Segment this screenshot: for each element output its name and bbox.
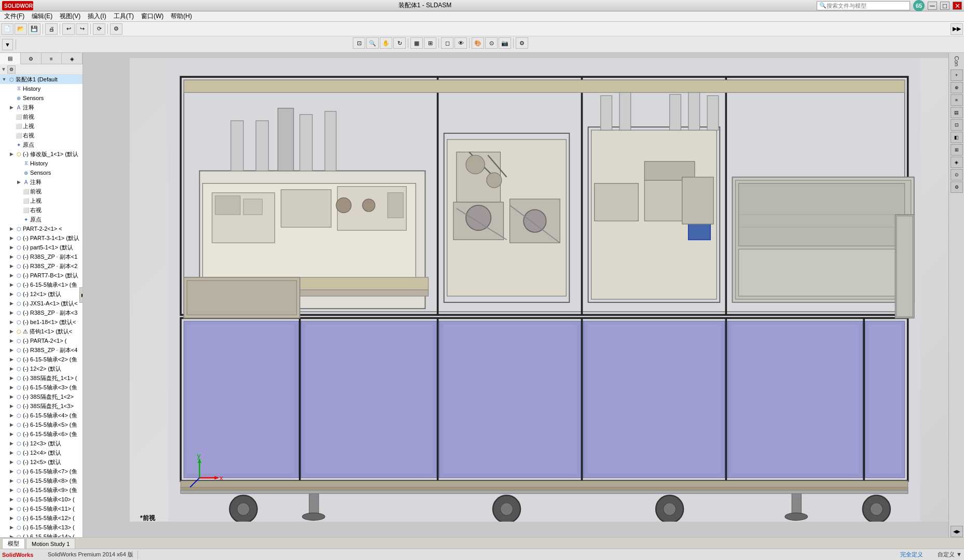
expand-icon[interactable]: ▶ [8, 319, 15, 325]
tree-item-part-xg1[interactable]: ▶ ⬡ (-) 修改版_1<1> (默认 [0, 149, 82, 159]
con-btn-10[interactable]: ⚙ [951, 181, 963, 193]
hide-show[interactable]: 👁 [455, 37, 467, 49]
undo-button[interactable]: ↩ [62, 23, 75, 35]
tree-item-d12-2[interactable]: ▶ ⬡ (-) 12<2> (默认 [0, 364, 82, 373]
display-style[interactable]: ◻ [441, 37, 453, 49]
expand-icon[interactable]: ▶ [8, 226, 15, 232]
search-input[interactable] [827, 3, 894, 9]
expand-icon[interactable] [16, 198, 22, 204]
status-customize[interactable]: 自定义 ▼ [938, 551, 962, 558]
con-expand[interactable]: ◀▶ [951, 526, 963, 537]
tree-item-axis6-11[interactable]: ▶ ⬡ (-) 6-15-5轴承<11> ( [0, 504, 82, 513]
expand-icon[interactable]: ▶ [8, 347, 15, 353]
expand-icon[interactable]: ▶ [8, 440, 15, 446]
menu-insert[interactable]: 插入(I) [85, 11, 109, 22]
expand-icon[interactable]: ▶ [8, 524, 15, 530]
cam-view[interactable]: 📷 [499, 37, 511, 49]
expand-icon[interactable] [8, 86, 15, 92]
tab-model[interactable]: 模型 [2, 538, 25, 549]
expand-icon[interactable] [8, 123, 15, 129]
tree-item-xg1-right[interactable]: ⬜ 右视 [0, 205, 82, 215]
tree-item-history[interactable]: ⧖ History [0, 84, 82, 93]
expand-icon[interactable]: ▶ [8, 244, 15, 250]
tree-item-parta2[interactable]: ▶ ⬡ (-) PARTA-2<1> ( [0, 336, 82, 345]
tree-item-seg38-13[interactable]: ▶ ⬡ (-) 38S隔盘托_1<3> [0, 401, 82, 411]
tree-item-xg1-sensors[interactable]: ⊕ Sensors [0, 168, 82, 177]
expand-icon[interactable]: ▶ [8, 478, 15, 484]
expand-icon[interactable] [16, 216, 22, 222]
tab-motion-study[interactable]: Motion Study 1 [26, 538, 75, 549]
tree-item-xg1-origin[interactable]: ✦ 原点 [0, 215, 82, 224]
search-box[interactable]: 🔍 [817, 1, 910, 10]
tab-property-manager[interactable]: ⚙ [21, 53, 42, 64]
tree-item-axis6-9[interactable]: ▶ ⬡ (-) 6-15-5轴承<9> (鱼 [0, 485, 82, 495]
expand-icon[interactable] [8, 132, 15, 138]
filter-button[interactable]: ▼ [2, 39, 13, 50]
tree-item-annotations[interactable]: ▶ A 注释 [0, 103, 82, 112]
expand-icon[interactable] [16, 188, 22, 194]
tree-item-d12-1[interactable]: ▶ ⬡ (-) 12<1> (默认 [0, 289, 82, 299]
tree-item-jxs1a1[interactable]: ▶ ⬡ (-) JXS1-A<1> (默认< [0, 299, 82, 308]
expand-icon[interactable]: ▶ [8, 394, 15, 400]
expand-icon[interactable]: ▶ [8, 459, 15, 465]
expand-icon[interactable]: ▶ [8, 338, 15, 344]
tab-dimxpert[interactable]: ◈ [62, 53, 82, 64]
tree-item-part7b[interactable]: ▶ ⬡ (-) PART7-B<1> (默认 [0, 271, 82, 280]
tree-item-sensors[interactable]: ⊕ Sensors [0, 93, 82, 103]
redo-button[interactable]: ↪ [76, 23, 88, 35]
tab-feature-tree[interactable]: ▤ [0, 53, 21, 64]
expand-icon[interactable] [8, 95, 15, 101]
con-btn-7[interactable]: ⊞ [951, 144, 963, 156]
appearance[interactable]: 🎨 [472, 37, 484, 49]
expand-icon[interactable]: ▶ [16, 179, 22, 185]
expand-icon[interactable]: ▶ [8, 366, 15, 372]
expand-icon[interactable]: ▼ [1, 76, 7, 82]
tree-item-axis6-10[interactable]: ▶ ⬡ (-) 6-15-5轴承<10> ( [0, 495, 82, 504]
expand-icon[interactable]: ▶ [8, 263, 15, 269]
expand-icon[interactable] [16, 207, 22, 213]
expand-icon[interactable]: ▶ [8, 431, 15, 437]
tree-item-r38s1[interactable]: ▶ ⬡ (-) R38S_ZP · 副本<1 [0, 252, 82, 261]
tree-item-r38s2[interactable]: ▶ ⬡ (-) R38S_ZP · 副本<2 [0, 261, 82, 271]
tree-item-axis6-7[interactable]: ▶ ⬡ (-) 6-15-5轴承<7> (鱼 [0, 467, 82, 476]
tree-item-r38s4[interactable]: ▶ ⬡ (-) R38S_ZP · 副本<4 [0, 345, 82, 355]
tree-item-bel18[interactable]: ▶ ⬡ (-) be1-18<1> (默认< [0, 317, 82, 327]
win-close-button[interactable]: ✕ [953, 2, 962, 10]
con-btn-3[interactable]: ≡ [951, 94, 963, 106]
tree-item-xg1-annotations[interactable]: ▶ A 注释 [0, 177, 82, 187]
tree-item-axis6-12[interactable]: ▶ ⬡ (-) 6-15-5轴承<12> ( [0, 513, 82, 523]
tree-item-right-plane[interactable]: ⬜ 右视 [0, 131, 82, 140]
tree-item-axis6-5[interactable]: ▶ ⬡ (-) 6-15-5轴承<5> (鱼 [0, 420, 82, 429]
more-views[interactable]: ⚙ [516, 37, 528, 49]
zoom-button[interactable]: 🔍 [366, 37, 379, 49]
open-button[interactable]: 📂 [15, 23, 27, 35]
tree-item-front-plane[interactable]: ⬜ 前视 [0, 112, 82, 121]
tree-item-axis6-14[interactable]: ▶ ⬡ (-) 6-15-5轴承<14> ( [0, 532, 82, 537]
tree-item-axis6-8[interactable]: ▶ ⬡ (-) 6-15-5轴承<8> (鱼 [0, 476, 82, 485]
expand-icon[interactable]: ▶ [8, 300, 15, 306]
expand-icon[interactable]: ▶ [8, 310, 15, 316]
section-view[interactable]: ⊙ [485, 37, 498, 49]
tree-item-axis6-13[interactable]: ▶ ⬡ (-) 6-15-5轴承<13> ( [0, 523, 82, 532]
new-button[interactable]: 📄 [1, 23, 13, 35]
expand-icon[interactable] [8, 142, 15, 148]
win-restore-button[interactable]: □ [940, 2, 949, 10]
con-btn-2[interactable]: ⊕ [951, 82, 963, 93]
tree-item-top-plane[interactable]: ⬜ 上视 [0, 121, 82, 131]
tree-item-d12-4[interactable]: ▶ ⬡ (-) 12<4> (默认 [0, 448, 82, 457]
expand-icon[interactable] [8, 114, 15, 120]
pan-button[interactable]: ✋ [380, 37, 392, 49]
expand-icon[interactable]: ▶ [8, 328, 15, 334]
view-selector[interactable]: ▦ [410, 37, 423, 49]
tree-item-part22[interactable]: ▶ ⬡ PART-2-2<1> < [0, 224, 82, 233]
tree-item-axis6-6[interactable]: ▶ ⬡ (-) 6-15-5轴承<6> (鱼 [0, 429, 82, 439]
con-btn-6[interactable]: ◧ [951, 132, 963, 143]
menu-view[interactable]: 视图(V) [57, 11, 84, 22]
view-orient[interactable]: ⊞ [424, 37, 436, 49]
expand-icon[interactable]: ▶ [8, 254, 15, 260]
expand-icon[interactable]: ▶ [8, 356, 15, 362]
tree-item-root[interactable]: ▼ ⬡ 装配体1 (Default [0, 75, 82, 84]
user-avatar[interactable]: 65 [913, 0, 925, 11]
tree-item-xg1-front[interactable]: ⬜ 前视 [0, 187, 82, 196]
zoom-fit-button[interactable]: ⊡ [353, 37, 365, 49]
